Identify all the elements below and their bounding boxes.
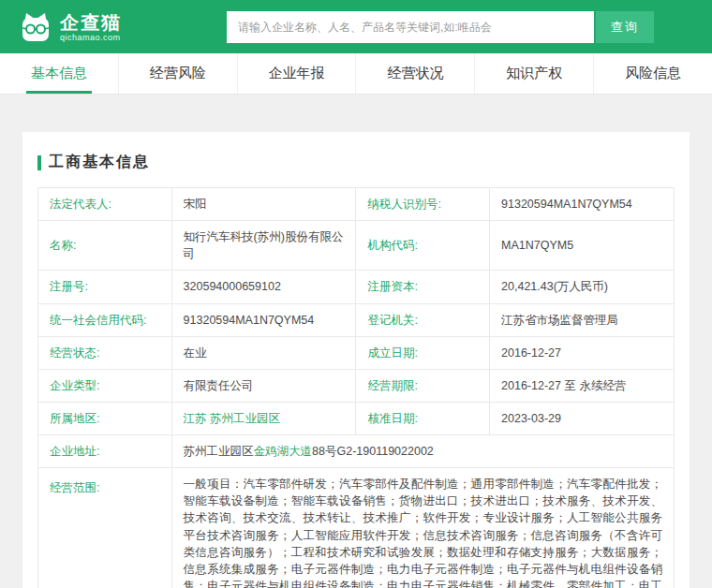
table-row: 所属地区: 江苏 苏州工业园区 核准日期: 2023-03-29 xyxy=(38,402,675,434)
established-value: 2016-12-27 xyxy=(490,336,675,369)
established-label: 成立日期: xyxy=(356,336,490,369)
table-row: 统一社会信用代码: 91320594MA1N7QYM54 登记机关: 江苏省市场… xyxy=(38,303,675,336)
taxpayer-id-label: 纳税人识别号: xyxy=(356,188,490,221)
region-label: 所属地区: xyxy=(38,402,172,434)
table-row: 经营状态: 在业 成立日期: 2016-12-27 xyxy=(38,336,675,369)
tab-business-risk[interactable]: 经营风险 xyxy=(119,53,238,94)
header: 企查猫 qichamao.com 查询 xyxy=(0,0,712,53)
reg-authority-label: 登记机关: xyxy=(356,303,490,336)
tab-intellectual-property[interactable]: 知识产权 xyxy=(475,53,594,94)
org-code-value: MA1N7QYM5 xyxy=(490,221,675,271)
tab-risk-info[interactable]: 风险信息 xyxy=(594,53,712,94)
tab-operating-status[interactable]: 经营状况 xyxy=(356,53,475,94)
legal-rep-value: 宋阳 xyxy=(171,188,356,221)
cat-logo-icon xyxy=(19,10,52,44)
tab-annual-report[interactable]: 企业年报 xyxy=(238,53,357,94)
table-row: 经营范围: 一般项目：汽车零部件研发；汽车零部件及配件制造；通用零部件制造；汽车… xyxy=(38,468,675,588)
address-street-link[interactable]: 金鸡湖大道 xyxy=(254,445,313,458)
credit-code-value: 91320594MA1N7QYM54 xyxy=(171,303,356,336)
scope-value: 一般项目：汽车零部件研发；汽车零部件及配件制造；通用零部件制造；汽车零配件批发；… xyxy=(171,468,674,588)
company-type-label: 企业类型: xyxy=(38,369,172,402)
reg-no-label: 注册号: xyxy=(38,271,172,303)
region-cell: 江苏 苏州工业园区 xyxy=(171,402,356,434)
company-name-label: 名称: xyxy=(38,221,172,271)
address-prefix: 苏州工业园区 xyxy=(184,445,254,458)
table-row: 企业类型: 有限责任公司 经营期限: 2016-12-27 至 永续经营 xyxy=(38,369,675,402)
tab-bar: 基本信息 经营风险 企业年报 经营状况 知识产权 风险信息 xyxy=(0,53,712,95)
company-type-value: 有限责任公司 xyxy=(171,369,356,402)
reg-capital-value: 20,421.43(万人民币) xyxy=(490,271,675,303)
business-info-card: 工商基本信息 法定代表人: 宋阳 纳税人识别号: 91320594MA1N7QY… xyxy=(22,132,690,588)
search-input[interactable] xyxy=(227,11,594,43)
taxpayer-id-value: 91320594MA1N7QYM54 xyxy=(490,188,675,221)
reg-no-value: 320594000659102 xyxy=(171,271,356,303)
reg-capital-label: 注册资本: xyxy=(356,271,490,303)
business-info-table: 法定代表人: 宋阳 纳税人识别号: 91320594MA1N7QYM54 名称:… xyxy=(37,187,675,588)
approval-date-label: 核准日期: xyxy=(356,402,490,434)
section-title: 工商基本信息 xyxy=(49,153,150,172)
term-value: 2016-12-27 至 永续经营 xyxy=(490,369,675,402)
logo-title: 企查猫 xyxy=(60,12,122,33)
search-bar: 查询 xyxy=(227,11,654,43)
section-accent-bar xyxy=(37,155,41,170)
address-suffix: 88号G2-190119022002 xyxy=(312,445,434,458)
company-name-value: 知行汽车科技(苏州)股份有限公司 xyxy=(171,221,356,271)
table-row: 法定代表人: 宋阳 纳税人识别号: 91320594MA1N7QYM54 xyxy=(38,188,675,221)
credit-code-label: 统一社会信用代码: xyxy=(38,303,172,336)
logo-subtitle: qichamao.com xyxy=(60,33,122,42)
status-label: 经营状态: xyxy=(38,336,172,369)
search-button[interactable]: 查询 xyxy=(596,11,654,43)
address-label: 企业地址: xyxy=(38,435,172,468)
section-header: 工商基本信息 xyxy=(37,153,675,172)
org-code-label: 机构代码: xyxy=(356,221,490,271)
status-value: 在业 xyxy=(171,336,356,369)
table-row: 注册号: 320594000659102 注册资本: 20,421.43(万人民… xyxy=(38,271,675,303)
address-cell: 苏州工业园区金鸡湖大道88号G2-190119022002 xyxy=(171,435,674,468)
legal-rep-label: 法定代表人: xyxy=(38,188,172,221)
approval-date-value: 2023-03-29 xyxy=(490,402,675,434)
logo[interactable]: 企查猫 qichamao.com xyxy=(19,10,122,44)
reg-authority-value: 江苏省市场监督管理局 xyxy=(490,303,675,336)
tab-basic-info[interactable]: 基本信息 xyxy=(0,53,119,94)
scope-label: 经营范围: xyxy=(38,468,172,588)
term-label: 经营期限: xyxy=(356,369,490,402)
table-row: 名称: 知行汽车科技(苏州)股份有限公司 机构代码: MA1N7QYM5 xyxy=(38,221,675,271)
table-row: 企业地址: 苏州工业园区金鸡湖大道88号G2-190119022002 xyxy=(38,435,675,468)
region-link[interactable]: 江苏 苏州工业园区 xyxy=(184,412,280,425)
